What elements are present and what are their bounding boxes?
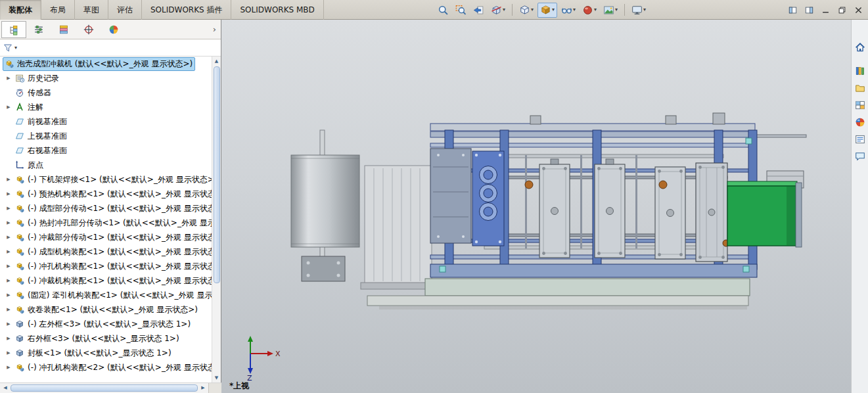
dropdown-caret[interactable]: ▾ — [552, 7, 555, 12]
commandmanager-tab[interactable]: SOLIDWORKS MBD — [231, 0, 323, 20]
tree-item-content[interactable]: (-) 左外框<3> (默认<<默认>_显示状态 1>) — [13, 317, 193, 331]
tree-item[interactable]: ▶(-) 成型部分传动<1> (默认<<默认>_外观 显示状态>) — [0, 201, 212, 216]
task-pane-tab-appearances[interactable] — [853, 116, 867, 129]
forming-die-plate[interactable] — [472, 151, 504, 246]
scrollbar-thumb[interactable] — [11, 384, 198, 392]
expand-arrow-icon[interactable]: ▶ — [4, 206, 13, 211]
dropdown-caret[interactable]: ▾ — [531, 7, 534, 12]
tree-item-content[interactable]: 传感器 — [13, 86, 54, 100]
tree-item-content[interactable]: (-) 热封冲孔部分传动<1> (默认<<默认>_外观 显示状态>) — [13, 216, 212, 230]
tree-item-content[interactable]: (-) 下机架焊接<1> (默认<<默认>_外观 显示状态>) — [13, 173, 212, 187]
tree-item[interactable]: ▶右外框<3> (默认<<默认>_显示状态 1>) — [0, 331, 212, 346]
zoom-area-button[interactable] — [453, 3, 469, 18]
tree-item[interactable]: ▶注解 — [0, 100, 212, 114]
tree-item[interactable]: ▶封板<1> (默认<<默认>_显示状态 1>) — [0, 346, 212, 360]
tree-item-content[interactable]: 右外框<3> (默认<<默认>_显示状态 1>) — [13, 332, 182, 346]
panel-resize-handle[interactable] — [208, 383, 221, 393]
tree-item[interactable]: 右视基准面 — [0, 143, 212, 158]
tree-item-content[interactable]: 封板<1> (默认<<默认>_显示状态 1>) — [13, 346, 174, 360]
minimize-button[interactable] — [821, 6, 830, 14]
expand-arrow-icon[interactable]: ▶ — [4, 264, 13, 269]
expand-arrow-icon[interactable]: ▶ — [4, 105, 13, 110]
expand-arrow-icon[interactable]: ▶ — [4, 336, 13, 341]
tree-item-content[interactable]: 右视基准面 — [13, 144, 70, 158]
discharge-conveyor[interactable] — [727, 181, 802, 247]
tree-item[interactable]: 原点 — [0, 158, 212, 172]
tree-item[interactable]: 泡壳成型冲裁机 (默认<<默认>_外观 显示状态>) — [0, 57, 212, 71]
commandmanager-tab[interactable]: SOLIDWORKS 插件 — [142, 0, 231, 20]
task-pane-tab-home[interactable] — [853, 41, 867, 54]
tree-item[interactable]: 传感器 — [0, 85, 212, 100]
filter-button[interactable] — [3, 43, 13, 53]
tree-item[interactable]: ▶(固定) 牵引机构装配<1> (默认<<默认>_外观 显示状态>) — [0, 288, 212, 302]
film-roll[interactable] — [291, 130, 359, 281]
task-pane-tab-forum[interactable] — [853, 150, 867, 163]
model-canvas[interactable] — [221, 20, 851, 393]
pane-left-button[interactable] — [788, 6, 797, 14]
pane-right-button[interactable] — [805, 6, 813, 14]
expand-arrow-icon[interactable]: ▶ — [4, 322, 13, 327]
station-plate[interactable] — [595, 159, 625, 258]
commandmanager-tab[interactable]: 布局 — [41, 0, 75, 20]
apply-scene-button[interactable]: ▾ — [601, 3, 620, 18]
scroll-right-button[interactable]: ▶ — [198, 383, 208, 393]
tree-item-content[interactable]: 上视基准面 — [13, 129, 70, 143]
tree-item-content[interactable]: (-) 预热机构装配<1> (默认<<默认>_外观 显示状态>) — [13, 187, 212, 201]
previous-view-button[interactable] — [470, 3, 487, 18]
task-pane-tab-view-palette[interactable] — [853, 99, 867, 112]
expand-arrow-icon[interactable]: ▶ — [4, 308, 13, 312]
task-pane-tab-design-library[interactable] — [853, 64, 867, 78]
commandmanager-tab[interactable]: 草图 — [75, 0, 108, 20]
panel-tab-displaymanager[interactable] — [101, 21, 126, 38]
tree-item-content[interactable]: (固定) 牵引机构装配<1> (默认<<默认>_外观 显示状态>) — [13, 289, 212, 302]
tree-item-content[interactable]: 前视基准面 — [13, 115, 70, 129]
expand-arrow-icon[interactable]: ▶ — [4, 192, 13, 196]
close-button[interactable] — [854, 6, 863, 14]
expand-arrow-icon[interactable]: ▶ — [4, 235, 13, 240]
station-plate[interactable] — [655, 167, 685, 259]
tree-item[interactable]: 前视基准面 — [0, 114, 212, 129]
display-style-button[interactable]: ▾ — [537, 3, 557, 18]
section-view-button[interactable]: ▾ — [488, 3, 508, 18]
graphics-area[interactable]: X Z *上视 — [221, 20, 851, 393]
tree-item[interactable]: ▶(-) 冲孔机构装配<2> (默认<<默认>_外观 显示状态>) — [0, 360, 212, 375]
tree-item-content[interactable]: (-) 冲裁机构装配<1> (默认<<默认>_外观 显示状态>) — [13, 274, 212, 288]
tree-item[interactable]: ▶(-) 预热机构装配<1> (默认<<默认>_外观 显示状态>) — [0, 187, 212, 201]
expand-arrow-icon[interactable]: ▶ — [4, 365, 13, 370]
tree-item[interactable]: ▶(-) 冲裁机构装配<1> (默认<<默认>_外观 显示状态>) — [0, 273, 212, 288]
view-orientation-button[interactable]: ▾ — [516, 3, 536, 18]
tree-item-content[interactable]: (-) 冲孔机构装配<2> (默认<<默认>_外观 显示状态>) — [13, 361, 212, 375]
punch-station-plate[interactable] — [696, 163, 727, 262]
tree-item[interactable]: ▶(-) 成型机构装配<1> (默认<<默认>_外观 显示状态>) — [0, 244, 212, 259]
scrollbar-thumb[interactable] — [214, 66, 220, 283]
tree-item[interactable]: ▶(-) 冲裁部分传动<1> (默认<<默认>_外观 显示状态>) — [0, 230, 212, 244]
dropdown-caret[interactable]: ▾ — [643, 7, 646, 12]
tree-item-content[interactable]: 历史记录 — [13, 72, 62, 85]
hide-show-items-button[interactable]: ▾ — [559, 3, 578, 18]
scroll-left-button[interactable]: ◀ — [0, 383, 11, 393]
expand-arrow-icon[interactable]: ▶ — [4, 177, 13, 182]
tree-item-content[interactable]: 原点 — [13, 158, 46, 172]
commandmanager-tab[interactable]: 评估 — [108, 0, 142, 20]
filter-caret-icon[interactable]: ▾ — [14, 45, 17, 51]
station-plate[interactable] — [539, 159, 570, 258]
tree-vertical-scrollbar[interactable]: ▲ ▼ — [212, 57, 221, 382]
commandmanager-tab[interactable]: 装配体 — [0, 0, 41, 20]
scrollbar-track[interactable] — [11, 383, 198, 393]
tree-item[interactable]: ▶(-) 下机架焊接<1> (默认<<默认>_外观 显示状态>) — [0, 172, 212, 187]
panel-tab-dimxpertmanager[interactable] — [76, 21, 101, 38]
tree-item[interactable]: ▶(-) 冲孔机构装配<1> (默认<<默认>_外观 显示状态>) — [0, 259, 212, 273]
dropdown-caret[interactable]: ▾ — [503, 7, 505, 12]
expand-arrow-icon[interactable]: ▶ — [4, 293, 13, 298]
tree-horizontal-scrollbar[interactable]: ◀ ▶ — [0, 382, 221, 393]
preheat-module[interactable] — [430, 149, 471, 243]
dropdown-caret[interactable]: ▾ — [573, 7, 576, 12]
zoom-fit-button[interactable] — [435, 3, 451, 18]
view-settings-button[interactable]: ▾ — [629, 3, 649, 18]
expand-arrow-icon[interactable]: ▶ — [4, 76, 13, 81]
panel-tab-propertymanager[interactable] — [26, 21, 51, 38]
tree-item-content[interactable]: (-) 成型机构装配<1> (默认<<默认>_外观 显示状态>) — [13, 245, 212, 259]
expand-arrow-icon[interactable]: ▶ — [4, 279, 13, 283]
dropdown-caret[interactable]: ▾ — [594, 7, 597, 12]
tree-item[interactable]: ▶(-) 热封冲孔部分传动<1> (默认<<默认>_外观 显示状态>) — [0, 216, 212, 230]
